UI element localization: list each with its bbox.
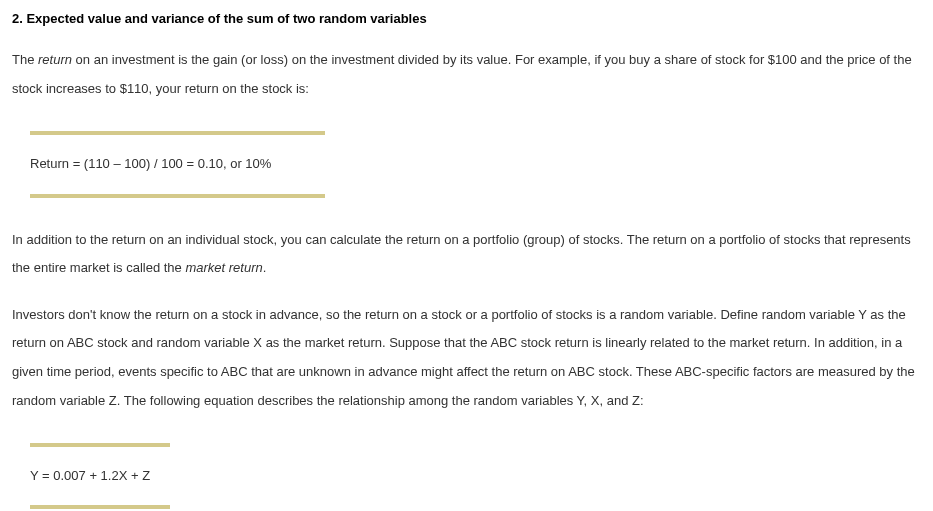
text-segment: The: [12, 52, 38, 67]
divider-top: [30, 131, 325, 135]
formula-block-2: Y = 0.007 + 1.2X + Z: [30, 443, 921, 509]
formula-block-1: Return = (110 – 100) / 100 = 0.10, or 10…: [30, 131, 921, 197]
text-segment: on an investment is the gain (or loss) o…: [12, 52, 912, 96]
formula-equation: Y = 0.007 + 1.2X + Z: [30, 467, 921, 485]
formula-return: Return = (110 – 100) / 100 = 0.10, or 10…: [30, 155, 921, 173]
paragraph-2: In addition to the return on an individu…: [12, 226, 921, 283]
text-segment: In addition to the return on an individu…: [12, 232, 911, 276]
paragraph-1: The return on an investment is the gain …: [12, 46, 921, 103]
italic-term-market-return: market return: [185, 260, 262, 275]
section-heading: 2. Expected value and variance of the su…: [12, 10, 921, 28]
divider-bottom: [30, 505, 170, 509]
divider-top: [30, 443, 170, 447]
divider-bottom: [30, 194, 325, 198]
text-segment: .: [263, 260, 267, 275]
italic-term-return: return: [38, 52, 72, 67]
paragraph-3: Investors don't know the return on a sto…: [12, 301, 921, 415]
